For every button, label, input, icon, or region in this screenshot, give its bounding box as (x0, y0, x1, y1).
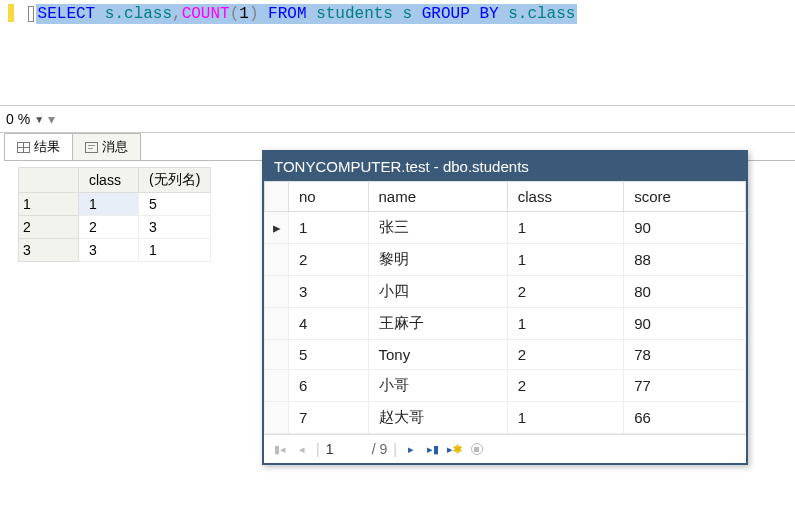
cell-class[interactable]: 1 (507, 212, 623, 244)
cell-no[interactable]: 7 (289, 402, 369, 434)
cell-name[interactable]: 小哥 (368, 370, 507, 402)
nav-stop-icon[interactable] (469, 441, 485, 457)
cell-class[interactable]: 1 (79, 193, 139, 216)
col-header-noname[interactable]: (无列名) (139, 168, 211, 193)
rowheader-corner (19, 168, 79, 193)
data-window[interactable]: TONYCOMPUTER.test - dbo.students no name… (262, 150, 748, 465)
nav-first-icon[interactable]: ▮◂ (272, 441, 288, 457)
fn-count: COUNT (182, 5, 230, 23)
result-row[interactable]: 223 (19, 216, 211, 239)
nav-sep: | (316, 441, 320, 457)
cell-count[interactable]: 3 (139, 216, 211, 239)
table-row[interactable]: ▸1张三190 (265, 212, 746, 244)
result-row[interactable]: 331 (19, 239, 211, 262)
message-icon (85, 142, 98, 153)
cell-class[interactable]: 1 (507, 308, 623, 340)
dw-col-name[interactable]: name (368, 182, 507, 212)
cell-count[interactable]: 1 (139, 239, 211, 262)
dw-corner (265, 182, 289, 212)
result-row[interactable]: 115 (19, 193, 211, 216)
cell-class[interactable]: 2 (79, 216, 139, 239)
cursor-icon (28, 6, 34, 22)
row-marker (265, 340, 289, 370)
row-marker: ▸ (265, 212, 289, 244)
dw-col-score[interactable]: score (624, 182, 746, 212)
cell-name[interactable]: 张三 (368, 212, 507, 244)
dw-col-class[interactable]: class (507, 182, 623, 212)
nav-new-icon[interactable]: ▸✱ (447, 441, 463, 457)
cell-score[interactable]: 90 (624, 308, 746, 340)
cell-score[interactable]: 66 (624, 402, 746, 434)
table-row[interactable]: 2黎明188 (265, 244, 746, 276)
tab-results-label: 结果 (34, 138, 60, 156)
table-row[interactable]: 6小哥277 (265, 370, 746, 402)
nav-next-icon[interactable]: ▸ (403, 441, 419, 457)
col-class: s.class (105, 5, 172, 23)
row-marker (265, 244, 289, 276)
row-marker (265, 308, 289, 340)
zoom-value: 0 % (6, 111, 30, 127)
grid-icon (17, 142, 30, 153)
table-row[interactable]: 7赵大哥166 (265, 402, 746, 434)
cell-no[interactable]: 5 (289, 340, 369, 370)
data-window-title[interactable]: TONYCOMPUTER.test - dbo.students (264, 152, 746, 181)
cell-name[interactable]: 小四 (368, 276, 507, 308)
cell-score[interactable]: 90 (624, 212, 746, 244)
row-marker (265, 370, 289, 402)
cell-name[interactable]: 王麻子 (368, 308, 507, 340)
cell-name[interactable]: 赵大哥 (368, 402, 507, 434)
table-row[interactable]: 3小四280 (265, 276, 746, 308)
row-number[interactable]: 2 (19, 216, 79, 239)
dw-col-no[interactable]: no (289, 182, 369, 212)
sql-text[interactable]: SELECT s.class,COUNT(1) FROM students s … (36, 4, 578, 24)
table-row[interactable]: 5Tony278 (265, 340, 746, 370)
nav-position-input[interactable] (326, 441, 366, 457)
table-row[interactable]: 4王麻子190 (265, 308, 746, 340)
tab-messages[interactable]: 消息 (72, 133, 141, 160)
row-number[interactable]: 3 (19, 239, 79, 262)
zoom-bar: 0 % ▼ ▾ (0, 105, 795, 133)
row-marker (265, 276, 289, 308)
row-marker (265, 402, 289, 434)
cell-class[interactable]: 2 (507, 340, 623, 370)
cell-no[interactable]: 3 (289, 276, 369, 308)
cell-score[interactable]: 78 (624, 340, 746, 370)
cell-no[interactable]: 6 (289, 370, 369, 402)
nav-total: / 9 (372, 441, 388, 457)
cell-no[interactable]: 1 (289, 212, 369, 244)
nav-last-icon[interactable]: ▸▮ (425, 441, 441, 457)
nav-sep2: | (393, 441, 397, 457)
kw-select: SELECT (38, 5, 96, 23)
cell-class[interactable]: 3 (79, 239, 139, 262)
gutter-marker-icon (8, 4, 14, 22)
cell-class[interactable]: 1 (507, 244, 623, 276)
data-grid[interactable]: no name class score ▸1张三1902黎明1883小四2804… (264, 181, 746, 434)
tab-results[interactable]: 结果 (4, 133, 73, 160)
cell-class[interactable]: 1 (507, 402, 623, 434)
col-header-class[interactable]: class (79, 168, 139, 193)
cell-no[interactable]: 2 (289, 244, 369, 276)
tbl-students: students (316, 5, 393, 23)
row-number[interactable]: 1 (19, 193, 79, 216)
kw-from: FROM (259, 5, 307, 23)
cell-no[interactable]: 4 (289, 308, 369, 340)
tab-messages-label: 消息 (102, 138, 128, 156)
cell-score[interactable]: 88 (624, 244, 746, 276)
zoom-handle-icon[interactable]: ▾ (48, 111, 55, 127)
record-navigator: ▮◂ ◂ | / 9 | ▸ ▸▮ ▸✱ (264, 434, 746, 463)
cell-score[interactable]: 80 (624, 276, 746, 308)
chevron-down-icon[interactable]: ▼ (34, 114, 44, 125)
kw-groupby: GROUP BY (422, 5, 499, 23)
cell-name[interactable]: 黎明 (368, 244, 507, 276)
cell-class[interactable]: 2 (507, 370, 623, 402)
cell-class[interactable]: 2 (507, 276, 623, 308)
cell-name[interactable]: Tony (368, 340, 507, 370)
cell-score[interactable]: 77 (624, 370, 746, 402)
sql-editor[interactable]: SELECT s.class,COUNT(1) FROM students s … (0, 0, 795, 105)
nav-prev-icon[interactable]: ◂ (294, 441, 310, 457)
cell-count[interactable]: 5 (139, 193, 211, 216)
